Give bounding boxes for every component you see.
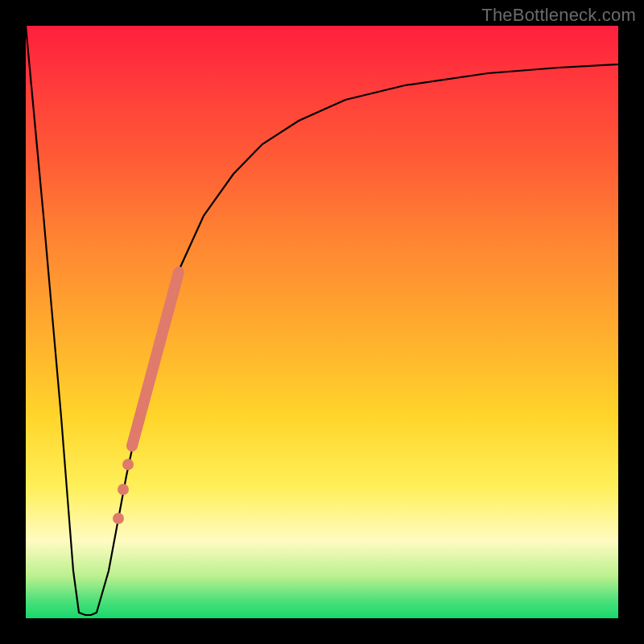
watermark-text: TheBottleneck.com [481, 5, 636, 26]
highlighted-point-1 [122, 459, 134, 470]
highlighted-point-2 [118, 484, 129, 495]
plot-area [26, 26, 618, 618]
highlighted-range [132, 272, 179, 446]
bottleneck-curve [26, 26, 618, 615]
chart-frame: TheBottleneck.com [0, 0, 644, 644]
chart-svg [26, 26, 618, 618]
highlighted-point-3 [113, 513, 124, 524]
